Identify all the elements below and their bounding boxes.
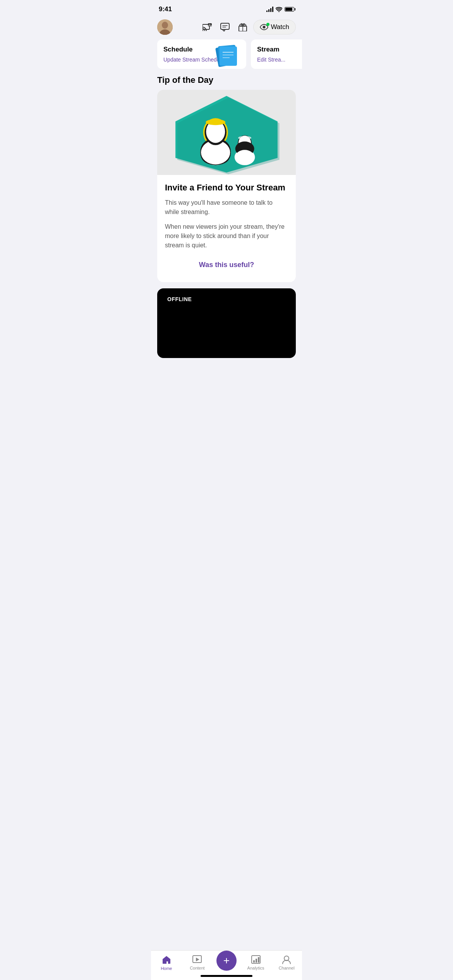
offline-badge: OFFLINE (163, 295, 196, 304)
live-dot (266, 23, 269, 26)
eye-container (260, 24, 268, 30)
status-bar: 9:41 (151, 0, 302, 16)
scroll-area: Schedule Update Stream Schedule › (151, 39, 302, 393)
svg-marker-21 (177, 98, 280, 175)
svg-point-28 (206, 119, 225, 125)
signal-bars-icon (266, 7, 273, 12)
cards-row: Schedule Update Stream Schedule › (151, 39, 302, 69)
svg-point-13 (263, 26, 266, 29)
section-title: Tip of the Day (151, 69, 302, 90)
nav-icons: ▷ (177, 20, 296, 34)
top-nav: ▷ (151, 16, 302, 39)
gift-button[interactable] (235, 20, 250, 34)
stream-card: Stream Edit Strea... (251, 39, 302, 69)
battery-icon (285, 7, 294, 12)
wifi-icon (276, 7, 282, 12)
svg-point-33 (235, 150, 254, 164)
schedule-card-image (215, 43, 240, 68)
offline-card: OFFLINE (157, 288, 296, 358)
svg-rect-16 (220, 46, 237, 66)
chat-button[interactable] (218, 20, 232, 34)
watch-label: Watch (271, 23, 289, 31)
svg-rect-7 (221, 23, 229, 29)
status-icons (266, 7, 294, 12)
tip-image (157, 90, 296, 175)
stream-link[interactable]: Edit Strea... (257, 57, 302, 63)
tip-paragraph-2: When new viewers join your stream, they'… (165, 222, 288, 250)
svg-point-34 (238, 136, 251, 139)
schedule-card: Schedule Update Stream Schedule › (157, 39, 246, 69)
cast-button[interactable]: ▷ (200, 20, 214, 34)
tip-useful-section: Was this useful? (165, 255, 288, 274)
avatar[interactable] (157, 19, 173, 35)
svg-point-1 (162, 22, 168, 29)
tip-paragraph-1: This way you'll have someone to talk to … (165, 198, 288, 217)
tip-card: Invite a Friend to Your Stream This way … (157, 90, 296, 282)
tip-useful-link[interactable]: Was this useful? (199, 261, 254, 269)
tip-content: Invite a Friend to Your Stream This way … (157, 175, 296, 282)
status-time: 9:41 (159, 5, 172, 13)
watch-button[interactable]: Watch (253, 20, 296, 34)
tip-title: Invite a Friend to Your Stream (165, 183, 288, 193)
stream-card-title: Stream (257, 46, 302, 53)
